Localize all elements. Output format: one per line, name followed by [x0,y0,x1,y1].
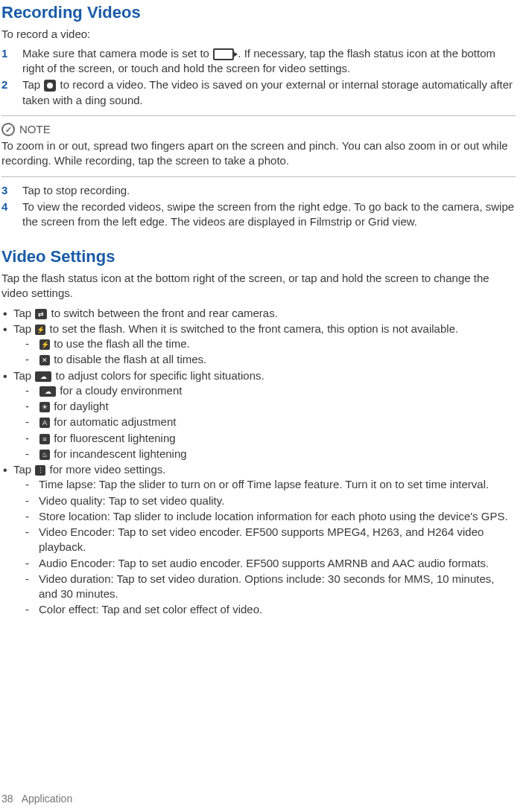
cloudy-icon: ☁ [39,386,56,397]
text: Tap [13,307,34,319]
sub-list: ⚡ to use the flash all the time. ✕ to di… [25,336,516,368]
list-item: A for automatic adjustment [25,415,516,429]
list-item: Tap ⇄ to switch between the front and re… [1,306,516,321]
auto-wb-icon: A [39,418,50,428]
step-3: 3 Tap to stop recording. [1,183,516,198]
intro-recording: To record a video: [1,27,516,42]
text: Tap [13,463,34,476]
intro-settings: Tap the flash status icon at the bottom … [1,271,516,301]
step-4: 4 To view the recorded videos, swipe the… [1,199,516,230]
step-2: 2 Tap to record a video. The video is sa… [1,77,516,108]
divider [1,176,516,177]
settings-more-icon: ⋮ [35,465,45,476]
heading-video-settings: Video Settings [1,246,516,268]
daylight-icon: ☀ [39,402,50,412]
list-item: ☁ for a cloudy environment [25,383,516,398]
text: for fluorescent lightening [54,432,175,444]
step-number: 1 [1,46,22,77]
text: to disable the flash at all times. [54,353,206,365]
switch-camera-icon: ⇄ [35,309,47,319]
text: for incandescent lightening [54,447,186,460]
steps-list-2: 3 Tap to stop recording. 4 To view the r… [1,183,516,230]
list-item: Video Encoder: Tap to set video encoder.… [25,525,516,555]
text: Make sure that camera mode is set to [22,47,212,60]
list-item: ⚡ to use the flash all the time. [25,336,516,351]
step-1: 1 Make sure that camera mode is set to .… [1,46,516,77]
step-body: Tap to record a video. The video is save… [22,77,516,108]
text: to use the flash all the time. [54,337,190,350]
text: Tap [13,369,34,382]
sub-list: Time lapse: Tap the slider to turn on or… [25,477,516,617]
text: to switch between the front and rear cam… [51,307,278,319]
list-item: Time lapse: Tap the slider to turn on or… [25,477,516,492]
flash-icon: ⚡ [35,325,45,335]
list-item: Tap ⚡ to set the flash. When it is switc… [1,322,516,368]
text: for daylight [54,400,108,412]
video-camera-icon [213,48,234,60]
cloud-icon: ☁ [35,371,51,382]
step-number: 2 [1,77,22,108]
steps-list-1: 1 Make sure that camera mode is set to .… [1,46,516,108]
list-item: Video quality: Tap to set video quality. [25,493,516,508]
list-item: ✕ to disable the flash at all times. [25,352,516,367]
text: to record a video. The video is saved on… [22,78,513,106]
list-item: Audio Encoder: Tap to set audio encoder.… [25,556,516,571]
divider [1,115,516,116]
list-item: Color effect: Tap and set color effect o… [25,602,516,617]
step-body: Make sure that camera mode is set to . I… [22,46,516,77]
list-item: ≡ for fluorescent lightening [25,431,516,446]
text: to set the flash. When it is switched to… [50,322,459,335]
flash-on-icon: ⚡ [39,339,50,350]
step-number: 4 [1,199,22,230]
text: for automatic adjustment [54,415,176,428]
settings-list: Tap ⇄ to switch between the front and re… [1,306,516,618]
list-item: Tap ⋮ for more video settings. Time laps… [1,462,516,618]
list-item: Tap ☁ to adjust colors for specific ligh… [1,368,516,462]
page-section-label: Application [22,793,73,805]
list-item: ☀ for daylight [25,399,516,414]
step-body: To view the recorded videos, swipe the s… [22,199,516,230]
list-item: Store location: Tap slider to include lo… [25,509,516,524]
text: for more video settings. [50,463,166,476]
page-footer: 38 Application [1,792,72,806]
fluorescent-icon: ≡ [39,434,50,444]
heading-recording-videos: Recording Videos [1,1,516,24]
step-body: Tap to stop recording. [22,183,516,198]
sub-list: ☁ for a cloudy environment ☀ for dayligh… [25,383,516,461]
flash-off-icon: ✕ [39,355,50,365]
record-icon [44,80,56,92]
step-number: 3 [1,183,22,198]
list-item: Video duration: Tap to set video duratio… [25,572,516,602]
incandescent-icon: ♨ [39,450,50,460]
list-item: ♨ for incandescent lightening [25,447,516,461]
text: for a cloudy environment [60,384,182,397]
check-circle-icon: ✓ [1,123,15,136]
text: to adjust colors for specific light situ… [56,369,264,382]
text: Tap [13,322,34,335]
text: Tap [22,78,43,91]
note-body: To zoom in or out, spread two fingers ap… [1,138,516,169]
note-label: NOTE [19,122,51,137]
note-header: ✓ NOTE [1,122,516,137]
page-number: 38 [1,793,13,805]
